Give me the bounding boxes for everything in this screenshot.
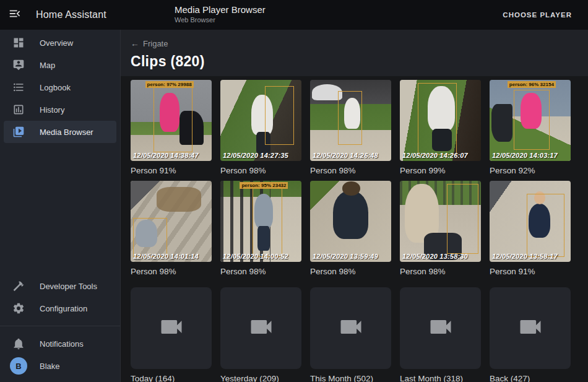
clips-scroll-area[interactable]: person: 97% 29988 12/05/2020 14:38:47 Pe… [121,76,588,382]
folder-tile[interactable]: Yesterday (209) [220,287,301,382]
folder-caption: Back (427) [490,374,571,382]
sidebar-item-configuration[interactable]: Configuration [4,297,116,319]
folder-tile[interactable]: This Month (502) [310,287,391,382]
clip-thumbnail: 12/05/2020 14:26:48 [310,80,391,161]
clip-tile[interactable]: 12/05/2020 13:58:17 Person 91% [490,181,571,276]
clip-thumbnail: person: 95% 23432 12/05/2020 14:00:52 [220,181,301,262]
menu-open-icon [8,7,22,23]
detection-label: person: 97% 29988 [145,81,194,88]
clip-timestamp: 12/05/2020 14:01:14 [133,253,199,260]
clip-tile[interactable]: 12/05/2020 13:58:30 Person 98% [400,181,481,276]
sidebar-item-label: History [40,105,64,115]
clip-thumbnail: 12/05/2020 14:26:07 [400,80,481,161]
back-arrow-icon: ← [131,38,139,48]
app-title: Home Assistant [36,9,106,20]
clip-tile[interactable]: 12/05/2020 14:26:07 Person 99% [400,80,481,175]
clip-tile[interactable]: person: 96% 32154 12/05/2020 14:03:17 Pe… [490,80,571,175]
choose-player-button[interactable]: CHOOSE PLAYER [498,6,577,24]
sidebar-divider [0,326,120,326]
clip-timestamp: 12/05/2020 14:00:52 [223,253,288,260]
clip-caption: Person 98% [400,267,481,276]
detection-bounding-box [514,90,550,150]
video-camera-icon [158,313,185,343]
detection-bounding-box [265,86,294,144]
media-browser-content: ← Frigate Clips (820) person: 97% 29988 … [121,30,588,382]
clip-thumbnail: 12/05/2020 14:27:35 [220,80,301,161]
folder-tile[interactable]: Today (164) [131,287,212,382]
clip-tile[interactable]: person: 97% 29988 12/05/2020 14:38:47 Pe… [131,80,212,175]
video-camera-icon [337,313,365,343]
page-heading: Clips (820) [131,53,578,70]
detection-label: person: 96% 32154 [508,81,556,88]
clip-caption: Person 98% [310,166,391,175]
folder-thumbnail [310,287,391,369]
hammer-icon [12,280,25,292]
detection-bounding-box [527,194,564,257]
folder-tile[interactable]: Last Month (318) [400,287,481,382]
clip-timestamp: 12/05/2020 13:58:17 [492,253,558,260]
breadcrumb-label: Frigate [143,39,168,48]
sidebar-toggle-button[interactable] [0,0,30,30]
clip-timestamp: 12/05/2020 13:59:49 [313,253,378,260]
clip-caption: Person 98% [310,267,391,276]
sidebar-item-map[interactable]: Map [4,54,116,76]
clip-thumbnail: person: 96% 32154 12/05/2020 14:03:17 [490,80,571,161]
sidebar-item-user[interactable]: B Blake [4,355,116,377]
clip-caption: Person 98% [131,267,212,276]
gear-icon [12,302,25,315]
clip-thumbnail: 12/05/2020 13:58:17 [490,181,571,262]
sidebar-item-developer-tools[interactable]: Developer Tools [4,275,116,297]
clip-tile[interactable]: 12/05/2020 14:27:35 Person 98% [220,80,301,175]
page-subtitle: Web Browser [175,16,266,24]
detection-bounding-box [447,184,478,254]
history-chart-icon [12,103,25,116]
sidebar-item-label: Map [40,61,55,70]
sidebar-item-label: Logbook [40,83,71,92]
sidebar-item-media-browser[interactable]: Media Browser [4,121,116,143]
page-title: Media Player Browser [175,4,266,15]
clip-timestamp: 12/05/2020 13:58:30 [402,253,468,260]
folder-caption: This Month (502) [310,374,391,382]
clip-thumbnail: 12/05/2020 13:58:30 [400,181,481,262]
clip-caption: Person 91% [490,267,571,276]
sidebar-item-overview[interactable]: Overview [4,32,116,54]
sidebar-spacer [0,143,120,275]
detection-bounding-box [153,82,192,152]
clip-timestamp: 12/05/2020 14:26:48 [313,152,378,159]
user-name: Blake [40,362,60,371]
clip-tile[interactable]: 12/05/2020 14:01:14 Person 98% [131,181,212,276]
detection-bounding-box [418,83,457,154]
folder-thumbnail [490,287,571,369]
logbook-icon [12,81,25,93]
folder-caption: Today (164) [131,374,212,382]
page-title-block: Media Player Browser Web Browser [175,4,266,24]
sidebar: Overview Map Logbook History Media Brows… [0,30,121,382]
detection-bounding-box [253,187,282,257]
video-camera-icon [427,313,454,343]
clip-tile[interactable]: person: 95% 23432 12/05/2020 14:00:52 Pe… [220,181,301,276]
sidebar-item-label: Configuration [40,304,87,313]
folder-thumbnail [131,287,212,369]
sidebar-nav-list: Overview Map Logbook History Media Brows… [0,32,120,143]
clip-thumbnail: 12/05/2020 13:59:49 [310,181,391,262]
folder-thumbnail [400,287,481,369]
clip-tile[interactable]: 12/05/2020 13:59:49 Person 98% [310,181,391,276]
clip-caption: Person 91% [131,166,212,175]
clip-timestamp: 12/05/2020 14:03:17 [492,152,558,159]
sidebar-item-history[interactable]: History [4,98,116,121]
breadcrumb-back[interactable]: ← Frigate [131,38,168,48]
folder-caption: Yesterday (209) [220,374,301,382]
clip-timestamp: 12/05/2020 14:27:35 [223,152,288,159]
folder-thumbnail [220,287,301,369]
sidebar-item-logbook[interactable]: Logbook [4,76,116,98]
clips-grid: person: 97% 29988 12/05/2020 14:38:47 Pe… [131,80,578,282]
sidebar-bottom-list: Developer Tools Configuration [0,275,120,319]
map-icon [12,59,25,71]
folder-tile[interactable]: Back (427) [490,287,571,382]
clip-thumbnail: person: 97% 29988 12/05/2020 14:38:47 [131,80,212,161]
sidebar-item-notifications[interactable]: Notifications [4,332,116,355]
dashboard-icon [12,37,25,49]
content-header: ← Frigate Clips (820) [121,30,588,76]
clip-tile[interactable]: 12/05/2020 14:26:48 Person 98% [310,80,391,175]
clip-caption: Person 99% [400,166,481,175]
